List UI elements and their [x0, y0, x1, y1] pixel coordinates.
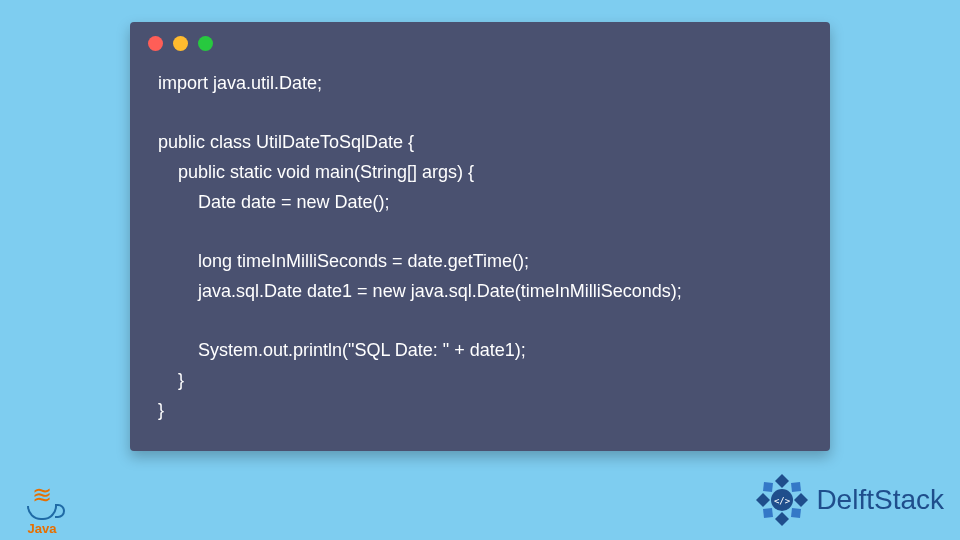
java-logo: ≋ Java: [14, 487, 70, 536]
code-block: import java.util.Date; public class Util…: [130, 59, 830, 425]
svg-marker-7: [791, 508, 801, 518]
maximize-icon: [198, 36, 213, 51]
delftstack-logo: </> DelftStack: [754, 472, 944, 528]
java-steam-icon: ≋: [14, 487, 70, 504]
delftstack-logo-label: DelftStack: [816, 484, 944, 516]
svg-marker-0: [775, 474, 789, 488]
java-cup-icon: [27, 506, 57, 520]
close-icon: [148, 36, 163, 51]
svg-marker-6: [763, 508, 773, 518]
svg-marker-2: [756, 493, 770, 507]
svg-marker-5: [791, 482, 801, 492]
svg-marker-3: [794, 493, 808, 507]
code-window: import java.util.Date; public class Util…: [130, 22, 830, 451]
svg-text:</>: </>: [774, 496, 791, 506]
minimize-icon: [173, 36, 188, 51]
java-logo-label: Java: [14, 521, 70, 536]
svg-marker-1: [775, 512, 789, 526]
svg-marker-4: [763, 482, 773, 492]
window-titlebar: [130, 22, 830, 59]
delftstack-emblem-icon: </>: [754, 472, 810, 528]
